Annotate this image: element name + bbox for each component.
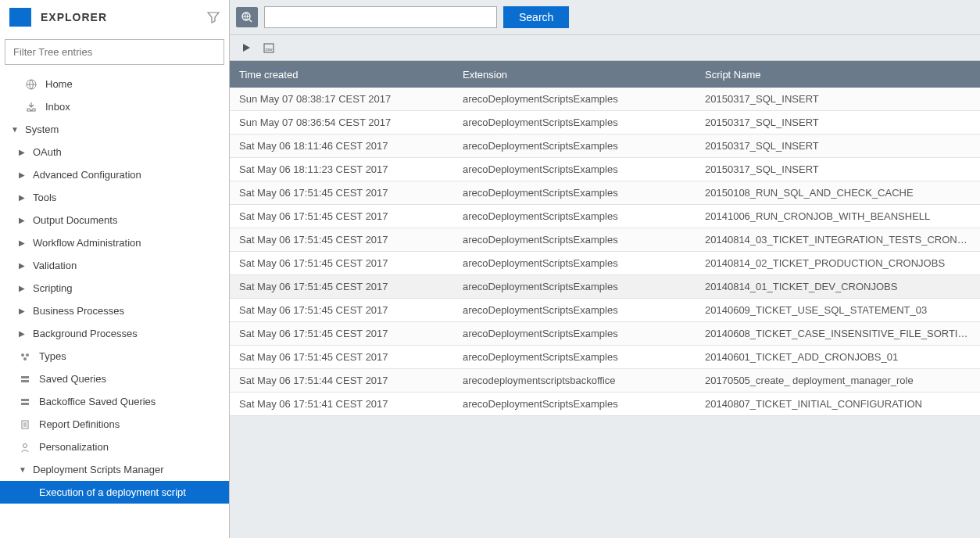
tree-item-advanced-configuration[interactable]: ▶Advanced Configuration (0, 163, 229, 186)
tree-item-label: Deployment Scripts Manager (33, 464, 164, 475)
cell-time-created: Sat May 06 17:51:45 CEST 2017 (239, 304, 463, 316)
chevron-right-icon: ▶ (19, 307, 25, 315)
chevron-right-icon: ▶ (19, 148, 25, 156)
report-icon (19, 419, 31, 430)
cell-script-name: 20150317_SQL_INSERT (705, 163, 980, 175)
svg-rect-4 (21, 376, 29, 378)
tree-item-label: System (25, 124, 59, 135)
tree-item-deployment-scripts-manager[interactable]: ▼ Deployment Scripts Manager (0, 458, 229, 481)
export-csv-button[interactable]: csv (263, 41, 275, 54)
column-script-name[interactable]: Script Name (705, 69, 980, 81)
tree-item-label: Types (39, 350, 66, 362)
tree-item-oauth[interactable]: ▶OAuth (0, 141, 229, 163)
chevron-right-icon: ▶ (19, 216, 25, 224)
cell-time-created: Sat May 06 18:11:23 CEST 2017 (239, 163, 463, 175)
query-icon (19, 374, 31, 385)
table-row[interactable]: Sat May 06 17:51:45 CEST 2017arecoDeploy… (230, 252, 980, 275)
tree-item-validation[interactable]: ▶Validation (0, 254, 229, 277)
tree-item-label: Execution of a deployment script (39, 486, 186, 498)
tree-item-scripting[interactable]: ▶Scripting (0, 277, 229, 299)
chevron-right-icon: ▶ (19, 284, 25, 292)
cell-time-created: Sat May 06 17:51:45 CEST 2017 (239, 234, 463, 246)
tree-item-saved-queries[interactable]: Saved Queries (0, 368, 229, 390)
tree-item-label: Home (45, 78, 73, 90)
tree-item-label: Background Processes (33, 328, 138, 339)
cell-extension: arecoDeploymentScriptsExamples (463, 187, 705, 199)
cell-script-name: 20140601_TICKET_ADD_CRONJOBS_01 (705, 351, 980, 363)
table-row[interactable]: Sat May 06 17:51:45 CEST 2017arecoDeploy… (230, 322, 980, 346)
svg-rect-5 (21, 380, 29, 382)
search-button[interactable]: Search (503, 6, 569, 28)
svg-rect-6 (21, 399, 29, 401)
sidebar: EXPLORER Home Inbox (0, 0, 230, 538)
cell-script-name: 20140608_TICKET_CASE_INSENSITIVE_FILE_SO… (705, 328, 980, 339)
table-header: Time created Extension Script Name (230, 61, 980, 88)
cell-time-created: Sat May 06 18:11:46 CEST 2017 (239, 140, 463, 152)
tree-item-inbox[interactable]: Inbox (0, 95, 229, 118)
column-extension[interactable]: Extension (463, 69, 705, 81)
svg-point-9 (23, 443, 27, 447)
cell-script-name: 20141006_RUN_CRONJOB_WITH_BEANSHELL (705, 210, 980, 222)
filter-tree-input[interactable] (5, 39, 224, 65)
column-time-created[interactable]: Time created (239, 69, 463, 81)
chevron-right-icon: ▶ (19, 239, 25, 247)
table-row[interactable]: Sat May 06 18:11:23 CEST 2017arecoDeploy… (230, 158, 980, 181)
tree-item-label: Workflow Administration (33, 237, 141, 249)
table-row[interactable]: Sat May 06 18:11:46 CEST 2017arecoDeploy… (230, 134, 980, 158)
cell-time-created: Sun May 07 08:36:54 CEST 2017 (239, 117, 463, 128)
table-row[interactable]: Sat May 06 17:51:45 CEST 2017arecoDeploy… (230, 181, 980, 205)
play-button[interactable] (241, 42, 252, 53)
search-bar: Search (230, 0, 980, 35)
tree-item-execution-deployment-script[interactable]: Execution of a deployment script (0, 481, 229, 504)
table-row[interactable]: Sat May 06 17:51:45 CEST 2017arecoDeploy… (230, 228, 980, 252)
table-row[interactable]: Sat May 06 17:51:45 CEST 2017arecoDeploy… (230, 346, 980, 369)
tree-item-label: Backoffice Saved Queries (39, 396, 156, 407)
svg-point-2 (26, 353, 29, 357)
search-input[interactable] (264, 6, 497, 28)
cell-script-name: 20150317_SQL_INSERT (705, 93, 980, 105)
cell-time-created: Sat May 06 17:51:45 CEST 2017 (239, 328, 463, 339)
tree-item-workflow-administration[interactable]: ▶Workflow Administration (0, 231, 229, 254)
table-row[interactable]: Sat May 06 17:51:41 CEST 2017arecoDeploy… (230, 393, 980, 416)
cell-extension: arecoDeploymentScriptsExamples (463, 328, 705, 339)
cell-script-name: 20140609_TICKET_USE_SQL_STATEMENT_03 (705, 304, 980, 316)
cell-time-created: Sat May 06 17:51:45 CEST 2017 (239, 281, 463, 292)
tree-item-backoffice-saved-queries[interactable]: Backoffice Saved Queries (0, 390, 229, 413)
tree-item-home[interactable]: Home (0, 73, 229, 95)
tree-item-label: Advanced Configuration (33, 169, 141, 181)
cell-extension: arecoDeploymentScriptsExamples (463, 93, 705, 105)
table-row[interactable]: Sat May 06 17:51:45 CEST 2017arecoDeploy… (230, 299, 980, 322)
cell-script-name: 20140814_03_TICKET_INTEGRATION_TESTS_CRO… (705, 234, 980, 246)
tree-item-background-processes[interactable]: ▶Background Processes (0, 322, 229, 345)
world-search-button[interactable] (236, 7, 258, 27)
cell-script-name: 20140814_02_TICKET_PRODUCTION_CRONJOBS (705, 257, 980, 269)
inbox-icon (25, 102, 38, 113)
person-icon (19, 442, 31, 453)
tree-item-system[interactable]: ▼ System (0, 118, 229, 141)
svg-point-1 (21, 353, 24, 357)
table-row[interactable]: Sat May 06 17:51:44 CEST 2017arecodeploy… (230, 369, 980, 393)
table-row[interactable]: Sun May 07 08:38:17 CEST 2017arecoDeploy… (230, 88, 980, 111)
chevron-right-icon: ▶ (19, 329, 25, 338)
tree-item-output-documents[interactable]: ▶Output Documents (0, 209, 229, 231)
filter-icon[interactable] (207, 11, 220, 23)
chevron-down-icon: ▼ (19, 465, 25, 474)
tree-item-label: Output Documents (33, 214, 117, 226)
tree-item-personalization[interactable]: Personalization (0, 436, 229, 458)
cell-time-created: Sat May 06 17:51:45 CEST 2017 (239, 210, 463, 222)
table-row[interactable]: Sun May 07 08:36:54 CEST 2017arecoDeploy… (230, 111, 980, 134)
cell-extension: arecoDeploymentScriptsExamples (463, 163, 705, 175)
tree-item-types[interactable]: Types (0, 345, 229, 368)
table-row[interactable]: Sat May 06 17:51:45 CEST 2017arecoDeploy… (230, 205, 980, 228)
tree-item-business-processes[interactable]: ▶Business Processes (0, 299, 229, 322)
cell-time-created: Sat May 06 17:51:44 CEST 2017 (239, 375, 463, 386)
cell-script-name: 20150317_SQL_INSERT (705, 140, 980, 152)
tree-item-report-definitions[interactable]: Report Definitions (0, 413, 229, 436)
cell-extension: arecoDeploymentScriptsExamples (463, 351, 705, 363)
tree-item-label: Inbox (45, 101, 70, 113)
tree-item-tools[interactable]: ▶Tools (0, 186, 229, 209)
tree-item-label: Validation (33, 260, 77, 271)
cell-time-created: Sun May 07 08:38:17 CEST 2017 (239, 93, 463, 105)
cell-extension: arecoDeploymentScriptsExamples (463, 398, 705, 410)
table-row[interactable]: Sat May 06 17:51:45 CEST 2017arecoDeploy… (230, 275, 980, 299)
